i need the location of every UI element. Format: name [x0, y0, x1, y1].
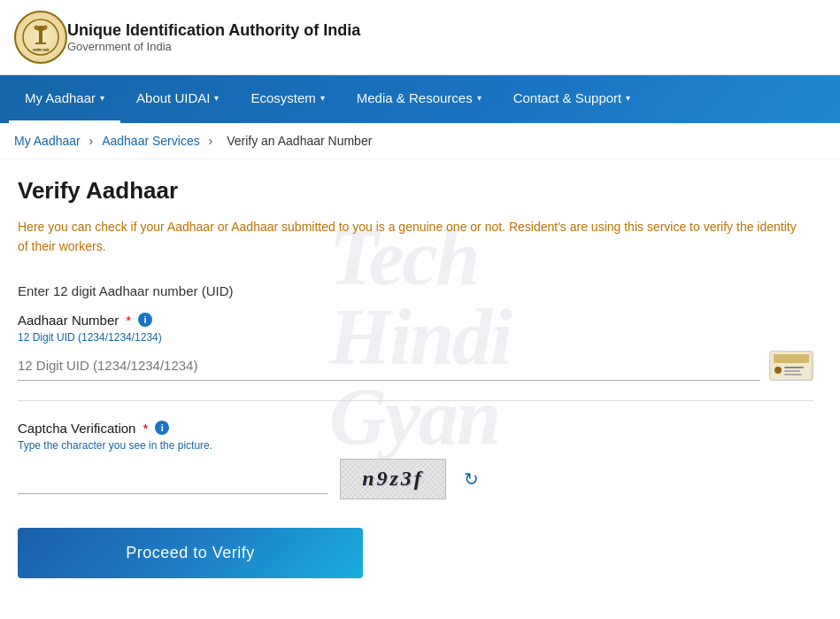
header-text: Unique Identification Authority of India…	[67, 21, 360, 53]
section-label: Enter 12 digit Aadhaar number (UID)	[18, 283, 813, 298]
breadcrumb-aadhaar-services[interactable]: Aadhaar Services	[102, 134, 200, 148]
svg-point-5	[43, 26, 48, 30]
main-content: Tech Hindi Gyan Verify Aadhaar Here you …	[0, 159, 840, 605]
chevron-down-icon: ▾	[477, 93, 482, 103]
aadhaar-card-thumbnail	[769, 351, 813, 381]
captcha-image: n9z3f	[340, 459, 446, 499]
svg-point-4	[35, 26, 39, 30]
aadhaar-field-label: Aadhaar Number * i	[18, 313, 813, 328]
svg-text:सत्यमेव जयते: सत्यमेव जयते	[32, 48, 50, 52]
verify-form: Enter 12 digit Aadhaar number (UID) Aadh…	[18, 283, 813, 578]
org-name: Unique Identification Authority of India	[67, 21, 360, 40]
nav-contact-support[interactable]: Contact & Support ▾	[497, 75, 647, 123]
svg-rect-8	[774, 354, 809, 363]
svg-point-9	[774, 367, 782, 374]
chevron-down-icon: ▾	[320, 93, 325, 103]
captcha-input[interactable]	[18, 464, 328, 494]
captcha-refresh-icon[interactable]: ↻	[459, 467, 483, 491]
svg-rect-12	[784, 374, 802, 375]
page-title: Verify Aadhaar	[18, 177, 813, 205]
org-subtitle: Government of India	[67, 40, 360, 53]
breadcrumb-current: Verify an Aadhaar Number	[227, 134, 372, 148]
aadhaar-input[interactable]	[18, 351, 760, 381]
breadcrumb: My Aadhaar › Aadhaar Services › Verify a…	[0, 123, 840, 159]
required-marker: *	[126, 313, 131, 328]
chevron-down-icon: ▾	[214, 93, 219, 103]
site-header: सत्यमेव जयते Unique Identification Autho…	[0, 0, 840, 75]
captcha-field-label: Captcha Verification * i	[18, 421, 813, 436]
svg-rect-10	[784, 367, 804, 368]
breadcrumb-separator: ›	[89, 134, 97, 148]
nav-media-resources[interactable]: Media & Resources ▾	[341, 75, 497, 123]
nav-about-uidai[interactable]: About UIDAI ▾	[120, 75, 235, 123]
page-description: Here you can check if your Aadhaar or Aa…	[18, 217, 797, 257]
svg-rect-3	[35, 43, 46, 44]
chevron-down-icon: ▾	[626, 93, 630, 103]
breadcrumb-separator: ›	[209, 134, 217, 148]
proceed-to-verify-button[interactable]: Proceed to Verify	[18, 528, 363, 578]
aadhaar-info-icon[interactable]: i	[138, 313, 152, 327]
captcha-field-group: Captcha Verification * i Type the charac…	[18, 421, 813, 499]
government-emblem: सत्यमेव जयते	[14, 11, 67, 64]
captcha-row: n9z3f ↻	[18, 459, 813, 499]
aadhaar-input-wrapper	[18, 351, 760, 381]
captcha-text: n9z3f	[362, 467, 424, 491]
chevron-down-icon: ▾	[100, 93, 104, 103]
aadhaar-field-row	[18, 351, 813, 381]
captcha-input-wrapper	[18, 464, 328, 494]
aadhaar-field-group: Aadhaar Number * i 12 Digit UID (1234/12…	[18, 313, 813, 381]
required-marker: *	[143, 421, 148, 436]
breadcrumb-my-aadhaar[interactable]: My Aadhaar	[14, 134, 81, 148]
captcha-hint: Type the character you see in the pictur…	[18, 439, 813, 452]
nav-my-aadhaar[interactable]: My Aadhaar ▾	[9, 75, 120, 123]
field-divider	[18, 400, 813, 401]
aadhaar-field-hint: 12 Digit UID (1234/1234/1234)	[18, 331, 813, 344]
main-navbar: My Aadhaar ▾ About UIDAI ▾ Ecosystem ▾ M…	[0, 75, 840, 123]
nav-ecosystem[interactable]: Ecosystem ▾	[235, 75, 340, 123]
svg-rect-11	[784, 370, 800, 372]
captcha-info-icon[interactable]: i	[155, 421, 169, 435]
